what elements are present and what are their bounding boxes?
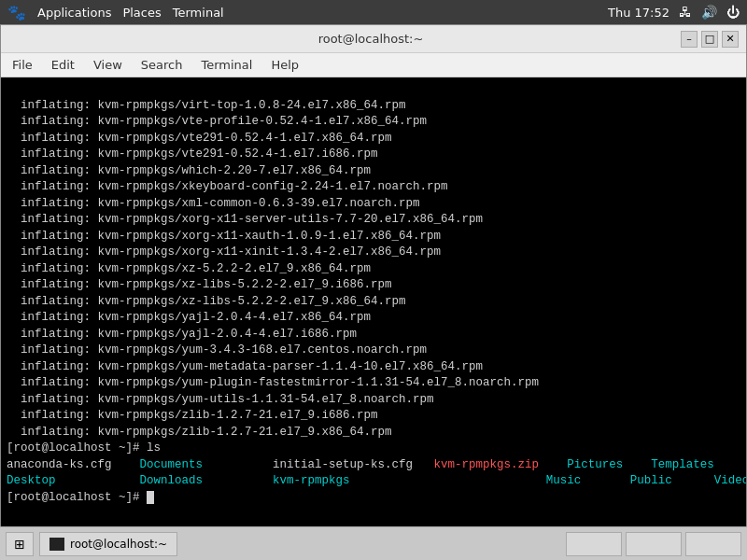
prompt-line: [root@localhost ~]# — [7, 491, 154, 504]
menu-help[interactable]: Help — [263, 56, 306, 74]
system-bar-left: 🐾 Applications Places Terminal — [7, 4, 224, 21]
taskbar: ⊞ root@localhost:~ — [0, 526, 747, 560]
title-bar: root@localhost:~ – □ ✕ — [1, 25, 746, 53]
power-icon[interactable]: ⏻ — [726, 5, 740, 20]
ls-command-line: [root@localhost ~]# ls — [7, 441, 161, 455]
menu-edit[interactable]: Edit — [44, 56, 82, 74]
taskbar-terminal-button[interactable]: root@localhost:~ — [39, 532, 177, 556]
network-icon: 🖧 — [679, 5, 692, 20]
ls-col-kvm-zip: kvm-rpmpkgs.zip — [434, 458, 540, 471]
system-bar-right: Thu 17:52 🖧 🔊 ⏻ — [608, 5, 740, 20]
minimize-button[interactable]: – — [681, 31, 698, 48]
fedora-icon: 🐾 — [7, 4, 26, 21]
ls-col-downloads: Downloads — [140, 474, 274, 487]
menu-terminal[interactable]: Terminal — [193, 56, 260, 74]
ls-col-desktop: Desktop — [7, 474, 140, 487]
volume-icon: 🔊 — [701, 5, 717, 20]
ls-col-videos: Videos — [714, 474, 746, 487]
menu-file[interactable]: File — [5, 56, 40, 74]
menu-search[interactable]: Search — [134, 56, 190, 74]
taskbar-box-1 — [566, 532, 622, 556]
menu-view[interactable]: View — [86, 56, 130, 74]
ls-col-initial: initial-setup-ks.cfg — [273, 458, 434, 471]
taskbar-box-2 — [626, 532, 682, 556]
applications-menu[interactable]: Applications — [37, 6, 111, 20]
taskbar-right — [566, 532, 741, 556]
window-title: root@localhost:~ — [64, 32, 677, 46]
menu-bar: File Edit View Search Terminal Help — [1, 53, 746, 77]
terminal-content[interactable]: inflating: kvm-rpmpkgs/virt-top-1.0.8-24… — [1, 77, 746, 559]
terminal-window: root@localhost:~ – □ ✕ File Edit View Se… — [0, 24, 747, 560]
terminal-taskbar-icon — [49, 538, 64, 551]
taskbar-box-3 — [685, 532, 741, 556]
ls-col-music: Music — [546, 474, 582, 487]
taskbar-terminal-label: root@localhost:~ — [70, 538, 167, 551]
taskbar-switch-button[interactable]: ⊞ — [6, 532, 34, 556]
places-menu[interactable]: Places — [122, 6, 161, 20]
ls-col-kvm-dir: kvm-rpmpkgs — [273, 474, 434, 487]
ls-col-pictures: Pictures — [567, 458, 623, 471]
ls-col-documents: Documents — [140, 458, 274, 471]
terminal-output-lines: inflating: kvm-rpmpkgs/virt-top-1.0.8-24… — [7, 99, 539, 439]
ls-col-public: Public — [630, 474, 672, 487]
title-buttons: – □ ✕ — [677, 31, 739, 48]
maximize-button[interactable]: □ — [701, 31, 718, 48]
close-button[interactable]: ✕ — [722, 31, 739, 48]
system-bar: 🐾 Applications Places Terminal Thu 17:52… — [0, 0, 747, 24]
ls-col-templates: Templates — [651, 458, 714, 471]
datetime-label: Thu 17:52 — [608, 6, 669, 20]
ls-col-anaconda: anaconda-ks.cfg — [7, 458, 140, 471]
terminal-menu[interactable]: Terminal — [173, 6, 224, 20]
